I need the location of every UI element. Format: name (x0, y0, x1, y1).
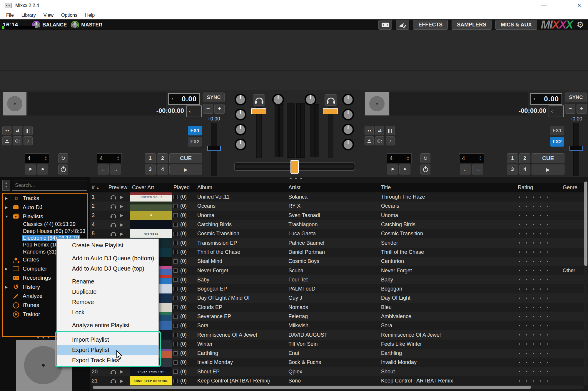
preview-play-icon[interactable]: ▶ (120, 378, 123, 384)
played-checkbox[interactable] (173, 204, 178, 208)
reloop-icon[interactable] (420, 165, 430, 174)
preview-headphone-icon[interactable] (111, 214, 116, 217)
preview-headphone-icon[interactable] (111, 223, 116, 226)
sidebar-item-auto-dj[interactable]: ▶ Auto DJ (3, 203, 87, 212)
expand-arrow-icon[interactable]: ▶ (5, 267, 12, 271)
beatgrid-icon[interactable] (386, 126, 395, 135)
menu-item-analyze-entire-playlist[interactable]: Analyze entire Playlist (57, 320, 158, 330)
vertical-scrollbar[interactable] (584, 182, 587, 385)
table-row[interactable]: 12 ▶ (0) Day Of Light / Mind Of Guy J Da… (90, 293, 588, 303)
eq-high-knob-right[interactable] (342, 94, 354, 105)
table-row[interactable]: 14 ▶ (0) Severance EP Feiertag Ambivalen… (90, 312, 588, 321)
pitch-rate-display[interactable]: ‹ 0.00 (168, 93, 200, 105)
loop-toggle-icon[interactable]: ↻ (420, 153, 430, 163)
horizontal-scrollbar-thumb[interactable] (93, 386, 531, 389)
preview-play-icon[interactable]: ▶ (120, 194, 123, 200)
minimize-button[interactable]: — (535, 0, 553, 11)
rating-dots[interactable] (516, 261, 561, 262)
table-row[interactable]: 15 ▶ (0) Sora Milkwish Sora (90, 321, 588, 330)
close-button[interactable]: × (570, 0, 588, 11)
rating-dots[interactable] (516, 242, 561, 244)
mics-aux-button[interactable]: MICS & AUX (495, 20, 537, 30)
table-row[interactable]: 4 ▶ (0) Catching Birds Trashlagoon Catch… (90, 220, 588, 229)
pitch-plus-button[interactable]: + (214, 104, 225, 114)
table-row[interactable]: 19 ▶ (0) Invalid Monday Bock & Fuchs Inv… (90, 358, 588, 367)
vertical-scrollbar-thumb[interactable] (584, 182, 587, 266)
menu-library[interactable]: Library (18, 13, 40, 18)
volume-fader-handle-right[interactable] (323, 108, 338, 114)
maximize-button[interactable]: □ (553, 0, 570, 11)
quantize-icon[interactable]: C: (375, 136, 384, 145)
menu-item-export-playlist[interactable]: Export Playlist (57, 345, 158, 355)
rating-dots[interactable] (516, 325, 561, 326)
cue-button[interactable]: CUE (169, 153, 202, 163)
sidebar-playlist-classics-44-03-53-29[interactable]: Classics (44) 03:53:29 (3, 221, 87, 228)
rating-dots[interactable] (516, 233, 561, 234)
beatjump-back-icon[interactable]: ← (98, 165, 109, 174)
played-checkbox[interactable] (173, 342, 178, 346)
menu-options[interactable]: Options (57, 13, 81, 18)
col-preview[interactable]: Preview (107, 184, 130, 191)
effects-button[interactable]: EFFECTS (413, 20, 448, 30)
table-row[interactable]: 10 ▶ (0) Baby Four Tet Baby (90, 275, 588, 284)
loop-size-spinbox[interactable]: 4 ˄˅ (25, 153, 49, 163)
fx1-toggle[interactable]: FX1 (550, 126, 564, 135)
pitch-minus-button[interactable]: − (203, 104, 213, 114)
eject-icon[interactable] (2, 136, 11, 145)
preview-play-icon[interactable]: ▶ (120, 369, 123, 374)
beatgrid-icon[interactable] (24, 126, 33, 135)
rating-dots[interactable] (516, 362, 561, 363)
played-checkbox[interactable] (173, 351, 178, 355)
waveform-display-area[interactable] (0, 30, 588, 90)
played-checkbox[interactable] (173, 232, 178, 236)
pitch-rate-display[interactable]: ‹ 0.00 (530, 93, 562, 105)
pfl-headphone-button-left[interactable] (253, 94, 265, 106)
spinbox-arrows-icon[interactable]: ˄˅ (45, 156, 47, 161)
preview-play-icon[interactable]: ▶ (120, 231, 123, 236)
eject-icon[interactable] (365, 136, 374, 145)
played-checkbox[interactable] (173, 241, 178, 245)
pitch-minus-button[interactable]: − (565, 104, 575, 114)
rating-dots[interactable] (516, 343, 561, 345)
rating-dots[interactable] (516, 215, 561, 216)
eq-low-knob-left[interactable] (235, 124, 246, 135)
keylock-icon[interactable]: ♪ (386, 136, 395, 145)
preview-headphone-icon[interactable] (111, 232, 116, 235)
rating-dots[interactable] (516, 206, 561, 207)
hotcue-2-button[interactable]: 2 (157, 153, 168, 163)
played-checkbox[interactable] (173, 296, 178, 300)
fx2-toggle[interactable]: FX2 (188, 137, 202, 147)
rating-dots[interactable] (516, 279, 561, 280)
vinyl-control-icon[interactable]: ▼▼ (2, 126, 11, 135)
menu-item-import-playlist[interactable]: Import Playlist (57, 335, 158, 345)
rating-dots[interactable] (516, 380, 561, 382)
rating-dots[interactable] (516, 270, 561, 271)
played-checkbox[interactable] (173, 379, 178, 383)
expand-arrow-icon[interactable]: ▶ (5, 196, 12, 200)
table-row[interactable]: 7 ▶ (0) Thrill of the Chase Daniel Portm… (90, 248, 588, 257)
table-row[interactable]: 8 ▶ (0) Steal Mind Cosmic Boys Centurion (90, 257, 588, 266)
played-checkbox[interactable] (173, 360, 178, 365)
played-checkbox[interactable] (173, 315, 178, 319)
play-button[interactable]: ▶ (169, 165, 202, 174)
spinbox-arrows-icon[interactable]: ˄˅ (117, 156, 119, 161)
keylock-icon[interactable]: ♪ (24, 136, 33, 145)
samplers-button[interactable]: SAMPLERS (452, 20, 492, 30)
preview-headphone-icon[interactable] (111, 370, 116, 373)
fx1-toggle[interactable]: FX1 (188, 126, 202, 135)
play-button[interactable]: ▶ (532, 165, 564, 174)
hotcue-3-button[interactable]: 3 (507, 165, 518, 174)
menu-item-duplicate[interactable]: Duplicate (57, 287, 158, 297)
table-row[interactable]: 9 ▶ (0) Never Forget Scuba Never Forget … (90, 266, 588, 275)
volume-fader-handle-left[interactable] (251, 108, 266, 114)
vinyl-control-icon[interactable]: ▼▼ (365, 126, 374, 135)
table-row[interactable]: 21 ▶ SONO KEEP CONTROL (0) Keep Control … (90, 376, 588, 385)
pfl-headphone-button-right[interactable] (325, 94, 337, 106)
rate-nudge-icon[interactable]: ‹ (171, 96, 173, 102)
loop-out-icon[interactable]: ⚑ (399, 165, 410, 174)
played-checkbox[interactable] (173, 287, 178, 291)
table-row[interactable]: 3 ▶ M (0) Unoma Sven Tasnadi Unoma (90, 211, 588, 220)
hotcue-4-button[interactable]: 4 (519, 165, 530, 174)
pitch-slider-handle[interactable] (207, 146, 221, 151)
loop-in-icon[interactable]: ⚑ (387, 165, 398, 174)
